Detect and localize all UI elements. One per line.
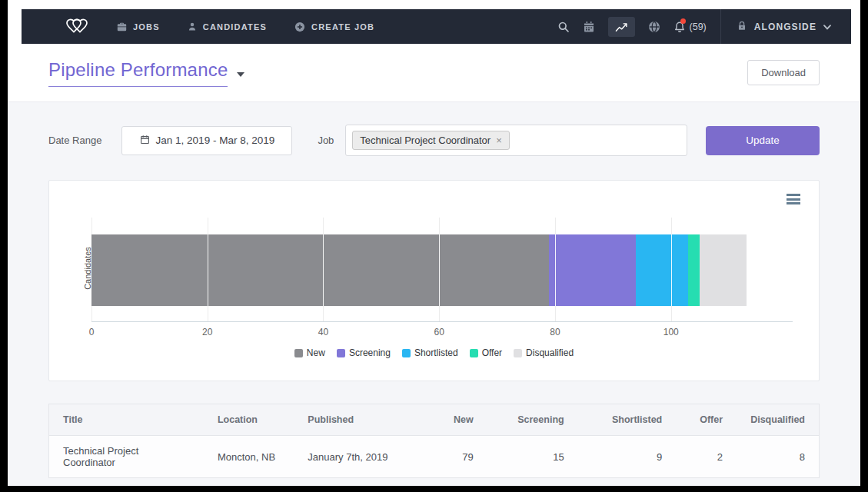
- legend-label: Screening: [349, 347, 391, 358]
- legend-swatch: [337, 349, 345, 357]
- column-header: Offer: [676, 404, 737, 436]
- job-label: Job: [318, 135, 334, 146]
- screenshot-frame: JOBS CANDIDATES: [0, 0, 868, 492]
- table-cell: 15: [487, 436, 578, 478]
- job-select-input[interactable]: Technical Project Coordinator ×: [345, 125, 687, 156]
- x-tick-label: 60: [434, 327, 444, 337]
- chart-plot: 020406080100: [91, 218, 793, 322]
- x-tick-label: 100: [663, 327, 679, 337]
- nav-item-label: JOBS: [133, 22, 160, 32]
- brand-logo[interactable]: [65, 15, 91, 38]
- bar-segment-offer[interactable]: [688, 234, 700, 306]
- table-cell: Moncton, NB: [204, 436, 294, 478]
- report-selector[interactable]: Pipeline Performance: [48, 59, 244, 87]
- nav-item-label: CANDIDATES: [203, 22, 267, 32]
- x-tick-label: 0: [89, 327, 95, 337]
- gridline-overlay: [439, 234, 440, 306]
- lock-icon: [737, 20, 747, 34]
- table-row[interactable]: Technical Project CoordinatorMoncton, NB…: [49, 436, 819, 478]
- pipeline-chart-card: Candidates 020406080100 NewScreeningShor…: [48, 180, 820, 381]
- plus-circle-icon: [294, 22, 305, 32]
- x-tick-label: 80: [550, 327, 560, 337]
- bar-segment-shortlisted[interactable]: [636, 234, 688, 306]
- bar-segment-new[interactable]: [91, 234, 549, 306]
- legend-swatch: [470, 349, 478, 357]
- column-header: Shortlisted: [578, 404, 677, 436]
- hearts-logo-icon: [65, 15, 91, 38]
- main-content: Date Range Jan 1, 2019 - Mar 8, 2019 Job…: [8, 102, 860, 486]
- legend-swatch: [514, 349, 522, 357]
- table-cell: Technical Project Coordinator: [49, 436, 204, 478]
- legend-item-disqualified[interactable]: Disqualified: [514, 347, 574, 358]
- notification-dot: [680, 18, 686, 24]
- caret-down-icon: [237, 72, 244, 77]
- nav-item-create-job[interactable]: CREATE JOB: [294, 22, 374, 32]
- chart-legend: NewScreeningShortlistedOfferDisqualified: [49, 347, 819, 358]
- gridline-overlay: [555, 234, 556, 306]
- table-body: Technical Project CoordinatorMoncton, NB…: [49, 436, 819, 478]
- date-range-input[interactable]: Jan 1, 2019 - Mar 8, 2019: [121, 126, 292, 155]
- legend-label: Shortlisted: [414, 347, 458, 358]
- notifications[interactable]: (59): [673, 21, 707, 33]
- bar-segment-screening[interactable]: [549, 234, 636, 306]
- table-header: TitleLocationPublishedNewScreeningShortl…: [49, 404, 819, 436]
- legend-swatch: [294, 349, 303, 357]
- gridline-overlay: [671, 234, 672, 306]
- nav-item-label: CREATE JOB: [311, 22, 374, 32]
- date-range-value: Jan 1, 2019 - Mar 8, 2019: [156, 135, 275, 146]
- column-header: Screening: [487, 404, 578, 436]
- calendar-small-icon: [140, 135, 150, 147]
- table-cell: January 7th, 2019: [294, 436, 413, 478]
- job-tag-label: Technical Project Coordinator: [360, 135, 491, 146]
- legend-item-shortlisted[interactable]: Shortlisted: [402, 347, 458, 358]
- remove-tag-icon[interactable]: ×: [496, 135, 502, 145]
- filter-bar: Date Range Jan 1, 2019 - Mar 8, 2019 Job…: [48, 125, 820, 156]
- column-header: Published: [294, 404, 413, 436]
- legend-item-offer[interactable]: Offer: [470, 347, 502, 358]
- nav-item-candidates[interactable]: CANDIDATES: [188, 22, 267, 32]
- column-header: Title: [49, 404, 204, 436]
- pipeline-table-card: TitleLocationPublishedNewScreeningShortl…: [48, 404, 820, 478]
- bell-icon: [673, 21, 686, 33]
- table-cell: 79: [413, 436, 487, 478]
- notification-count: (59): [690, 22, 707, 32]
- chart-menu-icon[interactable]: [787, 194, 800, 207]
- page-header: Pipeline Performance Download: [8, 44, 860, 102]
- x-tick-label: 20: [202, 327, 212, 337]
- column-header: Disqualified: [737, 404, 819, 436]
- chart-icon[interactable]: [608, 17, 635, 37]
- nav-right-icons: (59): [557, 17, 707, 37]
- legend-item-screening[interactable]: Screening: [337, 347, 391, 358]
- app-window: JOBS CANDIDATES: [8, 0, 860, 486]
- date-range-label: Date Range: [48, 135, 101, 146]
- legend-swatch: [402, 349, 411, 357]
- gridline-overlay: [208, 234, 208, 306]
- x-tick-label: 40: [318, 327, 328, 337]
- bar-segment-disqualified[interactable]: [700, 234, 746, 306]
- account-menu[interactable]: ALONGSIDE: [721, 20, 851, 34]
- column-header: Location: [204, 404, 294, 436]
- table-cell: 9: [578, 436, 677, 478]
- update-button[interactable]: Update: [706, 126, 820, 155]
- nav-item-jobs[interactable]: JOBS: [117, 22, 160, 32]
- pipeline-table: TitleLocationPublishedNewScreeningShortl…: [49, 404, 819, 477]
- download-button[interactable]: Download: [747, 60, 820, 85]
- briefcase-icon: [117, 22, 127, 32]
- chevron-down-icon: [823, 22, 831, 32]
- column-header: New: [413, 404, 487, 436]
- table-cell: 2: [676, 436, 737, 478]
- table-cell: 8: [737, 436, 819, 478]
- calendar-icon[interactable]: [583, 21, 595, 33]
- page-title: Pipeline Performance: [48, 59, 228, 87]
- legend-label: Offer: [482, 347, 502, 358]
- legend-label: New: [307, 347, 325, 358]
- legend-item-new[interactable]: New: [294, 347, 325, 358]
- person-icon: [188, 22, 197, 32]
- search-icon[interactable]: [557, 21, 570, 33]
- nav-menu: JOBS CANDIDATES: [117, 22, 374, 32]
- top-navbar: JOBS CANDIDATES: [22, 9, 851, 44]
- globe-icon[interactable]: [648, 21, 660, 33]
- gridline-overlay: [323, 234, 324, 306]
- job-tag: Technical Project Coordinator ×: [352, 131, 509, 150]
- account-name: ALONGSIDE: [754, 22, 816, 32]
